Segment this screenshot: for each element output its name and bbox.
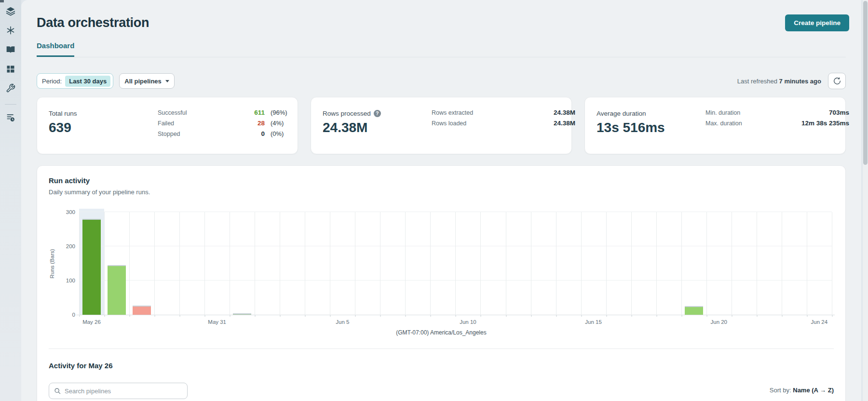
timezone-note: (GMT-07:00) America/Los_Angeles — [49, 329, 834, 336]
x-axis-tick — [405, 315, 406, 317]
x-axis-tick — [79, 315, 80, 317]
run-bar[interactable] — [685, 306, 703, 315]
x-tick-label: Jun 20 — [710, 319, 727, 325]
scrollbar-track — [863, 0, 868, 401]
chart-title: Run activity — [49, 176, 834, 185]
rows-loaded-value: 24.38M — [488, 120, 575, 127]
gridline — [581, 212, 582, 315]
min-duration-value: 703ms — [762, 109, 849, 116]
scrollbar-thumb[interactable] — [863, 1, 868, 165]
search-input[interactable] — [65, 388, 182, 395]
duration-breakdown: Min. duration 703ms Max. duration 12m 38… — [705, 109, 849, 127]
rows-extracted-value: 24.38M — [488, 109, 575, 116]
period-value-chip[interactable]: Last 30 days — [65, 76, 110, 87]
gridline — [280, 212, 280, 315]
x-tick-label: Jun 15 — [585, 319, 602, 325]
sort-control[interactable]: Sort by: Name (A → Z) — [770, 383, 834, 394]
gridline — [455, 212, 456, 315]
x-axis-tick — [531, 315, 532, 317]
gridline — [506, 212, 506, 315]
gridline — [606, 212, 607, 315]
x-axis-tick — [581, 315, 582, 317]
x-tick-label: Jun 5 — [336, 319, 349, 325]
sidebar-divider — [5, 104, 16, 105]
layers-icon[interactable] — [4, 5, 17, 17]
successful-pct: (96%) — [265, 109, 293, 116]
gridline — [757, 212, 757, 315]
stopped-label: Stopped — [158, 131, 212, 137]
total-runs-card: Total runs 639 Successful 611 (96%) Fail… — [37, 97, 298, 154]
run-bar[interactable] — [133, 306, 151, 315]
tab-dashboard[interactable]: Dashboard — [37, 41, 74, 57]
apps-grid-icon[interactable] — [4, 63, 17, 75]
x-axis-tick — [230, 315, 231, 317]
gridline — [330, 212, 330, 315]
x-axis-tick — [380, 315, 381, 317]
last-refreshed-value: 7 minutes ago — [779, 78, 821, 85]
successful-value: 611 — [212, 109, 265, 116]
gridline — [807, 212, 807, 315]
gridline — [732, 212, 732, 315]
x-tick-label: May 31 — [208, 319, 226, 325]
gridline — [204, 212, 205, 315]
x-axis-tick — [355, 315, 356, 317]
sidebar — [0, 0, 21, 401]
rows-processed-card: Rows processed ? 24.38M Rows extracted 2… — [311, 97, 572, 154]
y-tick-label: 0 — [56, 312, 75, 318]
run-bar[interactable] — [82, 219, 101, 315]
x-axis-tick — [782, 315, 783, 317]
gridline — [556, 212, 556, 315]
max-duration-value: 12m 38s 235ms — [762, 120, 849, 127]
run-bar[interactable] — [108, 265, 126, 315]
x-axis-tick — [757, 315, 758, 317]
gridline — [79, 212, 80, 315]
search-icon — [54, 388, 61, 394]
x-axis-tick — [606, 315, 607, 317]
pipeline-search[interactable] — [49, 383, 188, 399]
x-axis-tick — [154, 315, 155, 317]
x-axis-tick — [255, 315, 256, 317]
activity-heading: Activity for May 26 — [49, 361, 834, 370]
sort-value: Name (A → Z) — [793, 387, 834, 394]
gridline — [681, 212, 682, 315]
x-axis-tick — [556, 315, 557, 317]
snowflake-icon[interactable] — [4, 24, 17, 37]
wrench-icon[interactable] — [4, 82, 17, 94]
rows-extracted-label: Rows extracted — [432, 109, 488, 116]
x-axis-tick — [280, 315, 281, 317]
x-axis-tick — [305, 315, 306, 317]
refresh-icon — [833, 77, 841, 85]
x-axis-tick — [656, 315, 657, 317]
failed-pct: (4%) — [265, 120, 293, 127]
x-axis-tick — [129, 315, 130, 317]
x-tick-label: May 26 — [82, 319, 101, 325]
page-title: Data orchestration — [37, 15, 149, 30]
x-axis-tick — [807, 315, 808, 317]
pipeline-filter-dropdown[interactable]: All pipelines — [119, 73, 175, 89]
rows-breakdown: Rows extracted 24.38M Rows loaded 24.38M — [432, 109, 575, 127]
gridline — [355, 212, 355, 315]
y-axis-title: Runs (Bars) — [49, 249, 55, 278]
period-filter[interactable]: Period: Last 30 days — [37, 73, 113, 89]
section-divider — [49, 348, 834, 349]
create-pipeline-button[interactable]: Create pipeline — [785, 14, 849, 31]
gridline — [430, 212, 431, 315]
gridline — [656, 212, 657, 315]
x-axis-tick — [706, 315, 707, 317]
refresh-button[interactable] — [828, 73, 846, 89]
pipeline-history-icon[interactable] — [4, 111, 17, 124]
x-axis-tick — [832, 315, 833, 317]
y-tick-label: 100 — [56, 278, 75, 283]
book-icon[interactable] — [4, 43, 17, 56]
tab-bar: Dashboard — [37, 41, 846, 57]
pipeline-filter-value: All pipelines — [124, 78, 162, 85]
min-duration-label: Min. duration — [705, 109, 762, 116]
help-icon[interactable]: ? — [374, 110, 381, 117]
x-axis-tick — [480, 315, 481, 317]
activity-toolbar: Sort by: Name (A → Z) — [49, 383, 834, 399]
x-axis-tick — [631, 315, 632, 317]
gridline — [480, 212, 481, 315]
stat-cards-row: Total runs 639 Successful 611 (96%) Fail… — [37, 97, 846, 154]
x-axis-tick — [430, 315, 431, 317]
runs-breakdown: Successful 611 (96%) Failed 28 (4%) Stop… — [158, 109, 293, 137]
